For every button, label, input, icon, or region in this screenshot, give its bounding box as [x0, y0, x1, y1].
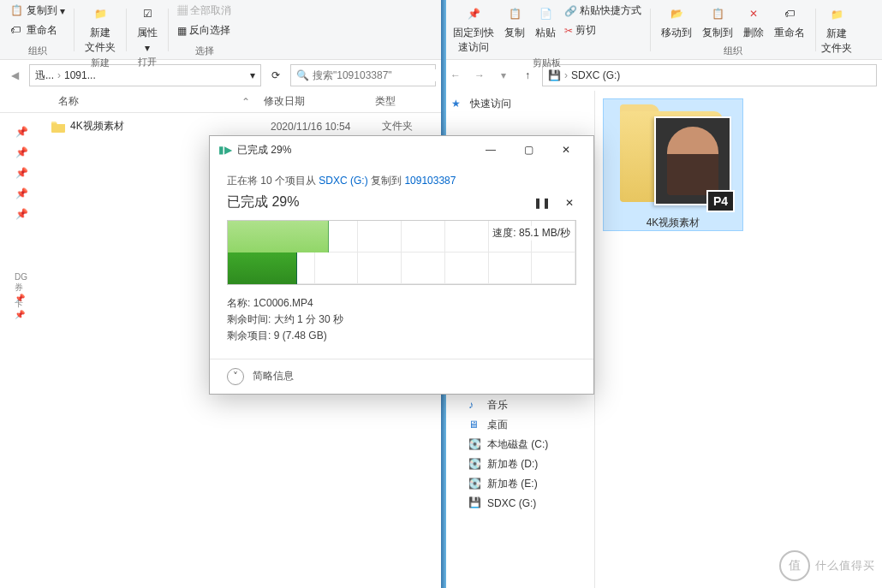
disk-icon: 💽: [468, 478, 482, 491]
folder-name: 4K视频素材: [70, 119, 271, 134]
column-headers-left: 名称⌃ 修改日期 类型: [0, 91, 441, 113]
refresh-button[interactable]: ⟳: [266, 66, 285, 85]
new-folder-icon: 📁: [90, 3, 110, 24]
paste-icon: 📄: [535, 3, 556, 24]
chevron-down-icon[interactable]: ˅: [227, 368, 244, 385]
forward-button[interactable]: →: [470, 66, 489, 85]
watermark-icon: 值: [779, 550, 810, 581]
desktop-icon: 🖥: [468, 419, 482, 432]
back-button[interactable]: ←: [446, 66, 465, 85]
cancel-button[interactable]: ✕: [563, 196, 576, 210]
dialog-footer[interactable]: ˅ 简略信息: [210, 359, 593, 394]
music-icon: ♪: [468, 399, 482, 413]
breadcrumb-dropdown[interactable]: ▾: [250, 69, 255, 81]
speed-label: 速度: 85.1 MB/秒: [492, 226, 570, 241]
dialog-titlebar[interactable]: ▮▶ 已完成 29% — ▢ ✕: [210, 136, 593, 163]
watermark: 值 什么值得买: [779, 550, 875, 581]
paste-button[interactable]: 📄粘贴: [532, 2, 559, 42]
search-box-left[interactable]: 🔍: [290, 64, 436, 86]
invert-selection-button[interactable]: ▦反向选择: [176, 21, 233, 39]
chevron-right-icon: ›: [57, 69, 61, 81]
minimize-button[interactable]: —: [472, 137, 510, 163]
details-toggle-label: 简略信息: [253, 369, 294, 383]
breadcrumb-seg-1[interactable]: 迅...: [35, 68, 54, 83]
sd-icon: 💾: [548, 69, 561, 81]
breadcrumb-drive[interactable]: SDXC (G:): [571, 69, 620, 81]
pin-icon[interactable]: 📌: [15, 146, 28, 159]
new-folder-button[interactable]: 📁 新建 文件夹: [81, 2, 119, 56]
pin-icon[interactable]: DG券📌: [15, 281, 28, 294]
cut-button[interactable]: ✂剪切: [563, 21, 643, 39]
copy-button[interactable]: 📋复制: [501, 2, 528, 42]
copy-source-link[interactable]: SDXC (G:): [319, 175, 367, 187]
tree-volume-e[interactable]: 💽新加卷 (E:): [448, 474, 594, 494]
search-icon: 🔍: [296, 69, 309, 81]
tree-sdxc-g[interactable]: 💾SDXC (G:): [448, 494, 594, 513]
folder-item[interactable]: P4 4K视频素材: [604, 99, 742, 230]
copy-dest-link[interactable]: 109103387: [404, 175, 456, 187]
ribbon-group-new: 新建: [91, 56, 110, 69]
move-to-button[interactable]: 📂移动到: [658, 2, 695, 42]
new-folder-button[interactable]: 📁新建 文件夹: [818, 3, 855, 57]
pin-icon[interactable]: 📌: [15, 187, 28, 200]
tree-local-disk-c[interactable]: 💽本地磁盘 (C:): [448, 435, 594, 454]
file-grid-right[interactable]: P4 4K视频素材: [595, 91, 882, 588]
breadcrumb-right[interactable]: 💾 › SDXC (G:): [542, 64, 877, 86]
recent-dropdown[interactable]: ▾: [494, 66, 513, 85]
ribbon-left: 📋复制到▾ 🏷重命名 组织 📁 新建 文件夹 新建 ☑ 属性▾ 打开: [0, 0, 441, 60]
col-type[interactable]: 类型: [368, 94, 402, 109]
address-bar-left: ◀ 迅... › 1091... ▾ ⟳ 🔍: [0, 60, 441, 91]
tree-volume-d[interactable]: 💽新加卷 (D:): [448, 454, 594, 474]
current-file-name: 名称: 1C0006.MP4: [227, 295, 576, 312]
folder-row[interactable]: 4K视频素材 2020/11/16 10:54 文件夹: [51, 116, 432, 136]
tree-desktop[interactable]: 🖥桌面: [448, 415, 594, 435]
pin-quick-access-button[interactable]: 📌固定到快 速访问: [450, 2, 498, 56]
nav-back-icon[interactable]: ◀: [5, 66, 24, 85]
items-remaining: 剩余项目: 9 (7.48 GB): [227, 328, 576, 344]
folder-type: 文件夹: [382, 119, 413, 134]
copy-details: 名称: 1C0006.MP4 剩余时间: 大约 1 分 30 秒 剩余项目: 9…: [227, 295, 576, 345]
rename-button[interactable]: 🏷重命名: [9, 21, 67, 39]
pin-icon[interactable]: 📌: [15, 125, 28, 139]
ribbon-group-open: 打开: [138, 56, 157, 68]
dialog-title: 已完成 29%: [237, 143, 291, 157]
properties-icon: ☑: [137, 3, 158, 24]
ribbon-right: 📌固定到快 速访问 📋复制 📄粘贴 🔗粘贴快捷方式 ✂剪切 剪贴板 📂移动到 📋…: [441, 0, 882, 60]
address-bar-right: ← → ▾ ↑ 💾 › SDXC (G:): [441, 60, 882, 91]
breadcrumb-seg-2[interactable]: 1091...: [64, 69, 96, 81]
properties-button[interactable]: ☑ 属性▾: [134, 2, 161, 56]
copy-icon: 📋: [504, 3, 525, 24]
star-icon: ★: [451, 98, 465, 111]
pin-icon[interactable]: 卡📌: [15, 301, 28, 315]
pinned-sidebar-left: 📌 📌 📌 📌 📌 DG券📌 卡📌: [0, 113, 43, 588]
rename-button[interactable]: 🏷重命名: [771, 2, 808, 42]
tree-quick-access[interactable]: ★快速访问: [448, 94, 594, 114]
time-remaining: 剩余时间: 大约 1 分 30 秒: [227, 312, 576, 328]
search-input-left[interactable]: [313, 69, 441, 81]
mp4-badge: P4: [706, 190, 735, 212]
paste-shortcut-button[interactable]: 🔗粘贴快捷方式: [563, 2, 643, 20]
col-name[interactable]: 名称⌃: [51, 94, 257, 109]
maximize-button[interactable]: ▢: [510, 137, 547, 163]
disk-icon: 💽: [468, 458, 482, 472]
delete-button[interactable]: ✕删除: [740, 2, 767, 42]
folder-icon: [51, 121, 65, 133]
ribbon-group-organize: 组织: [724, 45, 742, 57]
copy-description: 正在将 10 个项目从 SDXC (G:) 复制到 109103387: [227, 174, 576, 188]
progress-bar-current: [228, 221, 329, 252]
ribbon-group-select: 选择: [195, 45, 214, 57]
disk-icon: 💽: [468, 438, 482, 452]
sd-icon: 💾: [468, 496, 482, 510]
tree-music[interactable]: ♪音乐: [448, 395, 594, 415]
pin-icon[interactable]: 📌: [15, 207, 28, 221]
pause-button[interactable]: ❚❚: [535, 196, 549, 210]
folder-date: 2020/11/16 10:54: [271, 121, 382, 133]
copy-to-button[interactable]: 📋复制到: [699, 2, 736, 42]
col-date[interactable]: 修改日期: [257, 94, 368, 109]
copy-to-button[interactable]: 📋复制到▾: [9, 2, 67, 20]
pin-icon[interactable]: 📌: [15, 166, 28, 180]
folder-thumbnail: P4: [613, 99, 733, 211]
select-all-button[interactable]: ▦ 全部取消: [176, 2, 233, 20]
close-button[interactable]: ✕: [547, 137, 585, 163]
pin-icon: 📌: [463, 3, 484, 24]
